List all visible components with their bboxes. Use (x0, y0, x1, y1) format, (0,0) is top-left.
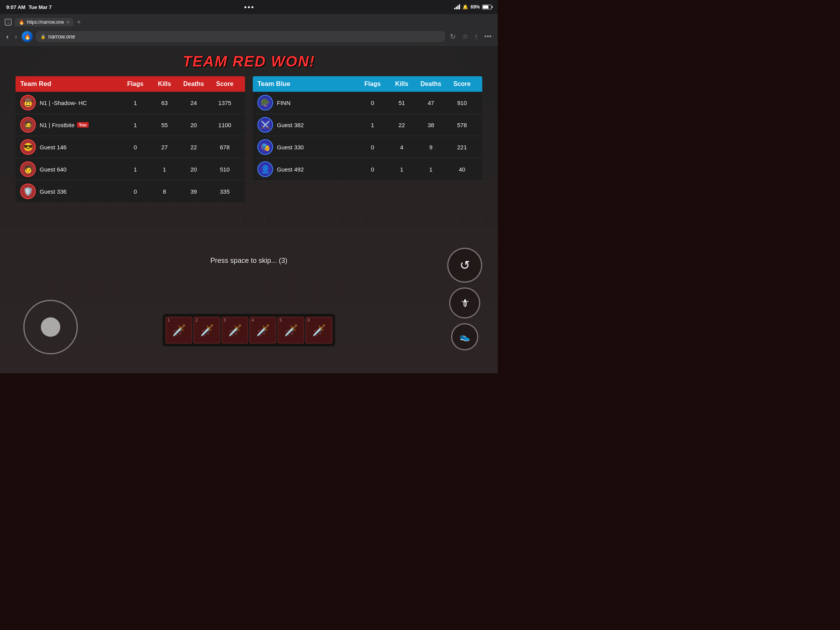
kills-val: 4 (388, 144, 415, 150)
avatar: 🧑 (20, 161, 36, 177)
weapon-slot-2[interactable]: 2 🗡️ (194, 317, 220, 343)
deaths-val: 20 (178, 166, 209, 173)
team-red-name: Team Red (20, 80, 120, 88)
player-name: Guest 336 (40, 188, 120, 195)
team-blue-table: Team Blue Flags Kills Deaths Score 🪖 FIN… (253, 76, 482, 202)
avatar: 🛡️ (20, 184, 36, 199)
tab-item[interactable]: 🔥 https://narrow.one ✕ (15, 18, 74, 26)
score-val: 1375 (209, 100, 240, 106)
team-red-header: Team Red Flags Kills Deaths Score (16, 76, 245, 92)
score-val: 910 (446, 100, 478, 106)
table-row: 🎭 Guest 330 0 4 9 221 (253, 136, 482, 158)
tab-number[interactable]: 1 (5, 19, 12, 26)
score-val: 335 (209, 188, 240, 195)
flags-val: 1 (120, 100, 151, 106)
table-row: 🪖 FINN 0 51 47 910 (253, 92, 482, 114)
score-val: 221 (446, 144, 478, 150)
joystick-outer[interactable] (23, 300, 78, 354)
weapon-slot-3[interactable]: 3 🗡️ (222, 317, 248, 343)
status-center-dots (245, 6, 254, 8)
blue-kills-header: Kills (388, 80, 415, 88)
more-button[interactable]: ••• (483, 31, 493, 42)
team-blue-name: Team Blue (257, 80, 357, 88)
nav-bar: ‹ › 🔥 🔒 narrow.one ↻ ☆ ↑ ••• (0, 28, 498, 45)
kills-val: 51 (388, 100, 415, 106)
battery-icon (482, 5, 492, 9)
game-area: TEAM RED WON! Team Red Flags Kills Death… (0, 46, 498, 373)
avatar: 🪖 (257, 95, 273, 110)
red-kills-header: Kills (151, 80, 178, 88)
kills-val: 55 (151, 122, 178, 128)
red-flags-header: Flags (120, 80, 151, 88)
kills-val: 27 (151, 144, 178, 150)
new-tab-button[interactable]: + (77, 18, 81, 26)
status-bar: 9:07 AM Tue Mar 7 🔔 69% (0, 0, 498, 14)
wifi-icon (454, 5, 460, 9)
weapon-slot-5[interactable]: 5 🗡️ (278, 317, 304, 343)
player-name: N1 | Frostbite You (40, 122, 120, 128)
table-row: 🧑 Guest 640 1 1 20 510 (16, 158, 245, 180)
table-row: 🧔 N1 | Frostbite You 1 55 20 1100 (16, 114, 245, 136)
joystick-control[interactable] (23, 300, 78, 354)
player-name: Guest 640 (40, 166, 120, 173)
site-favicon: 🔥 (22, 31, 33, 42)
flags-val: 1 (357, 122, 388, 128)
score-val: 510 (209, 166, 240, 173)
tab-favicon: 🔥 (19, 19, 24, 25)
blue-deaths-header: Deaths (415, 80, 446, 88)
blue-flags-header: Flags (357, 80, 388, 88)
url-text: narrow.one (48, 33, 75, 40)
attack-button[interactable]: 🗡 (449, 287, 480, 318)
dodge-button[interactable]: 👟 (451, 323, 478, 350)
player-name: Guest 382 (277, 122, 357, 128)
table-row: 🛡️ Guest 336 0 8 39 335 (16, 180, 245, 202)
reload-button[interactable]: ↻ (448, 31, 457, 42)
avatar: 😎 (20, 139, 36, 155)
blue-score-header: Score (446, 80, 478, 88)
player-name: Guest 492 (277, 166, 357, 173)
time-display: 9:07 AM (6, 4, 25, 10)
score-val: 1100 (209, 122, 240, 128)
tab-bar: 1 🔥 https://narrow.one ✕ + (0, 14, 498, 28)
kills-val: 63 (151, 100, 178, 106)
red-score-header: Score (209, 80, 240, 88)
respawn-button[interactable]: ↺ (447, 248, 482, 283)
player-name: Guest 330 (277, 144, 357, 150)
you-badge: You (77, 122, 89, 128)
kills-val: 8 (151, 188, 178, 195)
joystick-inner[interactable] (41, 317, 60, 337)
forward-button[interactable]: › (13, 31, 19, 42)
flags-val: 0 (120, 188, 151, 195)
weapon-slot-6[interactable]: 6 🗡️ (306, 317, 332, 343)
right-controls: ↺ 🗡 👟 (447, 248, 482, 350)
lock-icon: 🔒 (40, 34, 46, 39)
deaths-val: 38 (415, 122, 446, 128)
weapon-slot-4[interactable]: 4 🗡️ (250, 317, 276, 343)
flags-val: 0 (357, 144, 388, 150)
weapon-bar: 1 🗡️ 2 🗡️ 3 🗡️ 4 🗡️ 5 🗡️ 6 🗡️ (163, 314, 335, 346)
red-deaths-header: Deaths (178, 80, 209, 88)
table-row: 👤 Guest 492 0 1 1 40 (253, 158, 482, 180)
team-red-table: Team Red Flags Kills Deaths Score 🤠 N1 |… (16, 76, 245, 202)
alarm-icon: 🔔 (462, 4, 468, 10)
deaths-val: 22 (178, 144, 209, 150)
tab-close-button[interactable]: ✕ (66, 20, 70, 25)
bookmark-button[interactable]: ☆ (460, 31, 470, 42)
share-button[interactable]: ↑ (473, 31, 480, 42)
back-button[interactable]: ‹ (5, 31, 10, 42)
table-row: 🤠 N1 | -Shadow- HC 1 63 24 1375 (16, 92, 245, 114)
score-val: 678 (209, 144, 240, 150)
nav-actions: ↻ ☆ ↑ ••• (448, 31, 493, 42)
deaths-val: 47 (415, 100, 446, 106)
table-row: 😎 Guest 146 0 27 22 678 (16, 136, 245, 158)
avatar: ⚔️ (257, 117, 273, 133)
address-bar[interactable]: 🔒 narrow.one (36, 31, 445, 42)
avatar: 🎭 (257, 139, 273, 155)
kills-val: 1 (151, 166, 178, 173)
avatar: 🤠 (20, 95, 36, 110)
deaths-val: 24 (178, 100, 209, 106)
teams-wrapper: Team Red Flags Kills Deaths Score 🤠 N1 |… (16, 76, 482, 202)
weapon-slot-1[interactable]: 1 🗡️ (166, 317, 192, 343)
table-row: ⚔️ Guest 382 1 22 38 578 (253, 114, 482, 136)
date-display: Tue Mar 7 (28, 4, 52, 10)
